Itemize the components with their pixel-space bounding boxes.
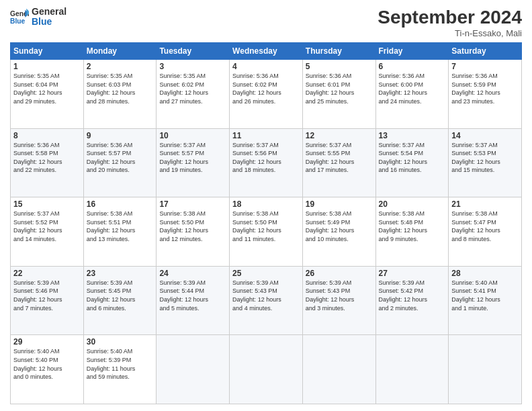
table-cell: 18Sunrise: 5:38 AM Sunset: 5:50 PM Dayli… [230,197,303,267]
table-cell: 10Sunrise: 5:37 AM Sunset: 5:57 PM Dayli… [157,128,230,197]
cell-info: Sunrise: 5:39 AM Sunset: 5:45 PM Dayligh… [87,279,154,312]
cell-info: Sunrise: 5:38 AM Sunset: 5:48 PM Dayligh… [379,210,446,243]
col-monday: Monday [83,43,157,60]
table-cell [157,335,230,404]
day-number: 4 [232,62,300,71]
cell-info: Sunrise: 5:38 AM Sunset: 5:50 PM Dayligh… [232,210,300,243]
table-cell: 16Sunrise: 5:38 AM Sunset: 5:51 PM Dayli… [83,197,157,267]
cell-info: Sunrise: 5:35 AM Sunset: 6:02 PM Dayligh… [159,72,226,105]
table-cell: 11Sunrise: 5:37 AM Sunset: 5:56 PM Dayli… [230,128,303,197]
cell-info: Sunrise: 5:35 AM Sunset: 6:03 PM Dayligh… [87,72,154,105]
page: General Blue General Blue September 2024… [0,0,532,411]
calendar-table: Sunday Monday Tuesday Wednesday Thursday… [10,42,522,404]
table-cell [449,335,522,404]
table-cell: 17Sunrise: 5:38 AM Sunset: 5:50 PM Dayli… [157,197,230,267]
logo-icon: General Blue [10,7,29,26]
cell-info: Sunrise: 5:38 AM Sunset: 5:50 PM Dayligh… [159,210,226,243]
day-number: 11 [232,131,300,140]
table-cell [302,335,375,404]
logo-general-text: General [32,7,66,17]
cell-info: Sunrise: 5:39 AM Sunset: 5:44 PM Dayligh… [159,279,226,312]
day-number: 9 [87,131,154,140]
day-number: 3 [159,62,226,71]
col-friday: Friday [375,43,449,60]
day-number: 10 [159,131,226,140]
table-cell: 14Sunrise: 5:37 AM Sunset: 5:53 PM Dayli… [449,128,522,197]
table-cell: 28Sunrise: 5:40 AM Sunset: 5:41 PM Dayli… [449,266,522,335]
day-number: 23 [87,269,154,278]
month-title: September 2024 [378,7,522,28]
calendar-header-row: Sunday Monday Tuesday Wednesday Thursday… [11,43,522,60]
col-saturday: Saturday [449,43,522,60]
table-cell: 5Sunrise: 5:36 AM Sunset: 6:01 PM Daylig… [302,60,375,129]
week-row-1: 1Sunrise: 5:35 AM Sunset: 6:04 PM Daylig… [11,60,522,129]
table-cell: 22Sunrise: 5:39 AM Sunset: 5:46 PM Dayli… [11,266,84,335]
day-number: 26 [306,269,373,278]
table-cell: 13Sunrise: 5:37 AM Sunset: 5:54 PM Dayli… [375,128,449,197]
cell-info: Sunrise: 5:36 AM Sunset: 6:01 PM Dayligh… [306,72,373,105]
day-number: 7 [451,62,519,71]
day-number: 22 [13,269,81,278]
week-row-4: 22Sunrise: 5:39 AM Sunset: 5:46 PM Dayli… [11,266,522,335]
table-cell: 4Sunrise: 5:36 AM Sunset: 6:02 PM Daylig… [230,60,303,129]
table-cell: 1Sunrise: 5:35 AM Sunset: 6:04 PM Daylig… [11,60,84,129]
header: General Blue General Blue September 2024… [10,7,522,38]
table-cell: 23Sunrise: 5:39 AM Sunset: 5:45 PM Dayli… [83,266,157,335]
title-area: September 2024 Ti-n-Essako, Mali [378,7,522,38]
table-cell: 7Sunrise: 5:36 AM Sunset: 5:59 PM Daylig… [449,60,522,129]
col-tuesday: Tuesday [157,43,230,60]
table-cell: 2Sunrise: 5:35 AM Sunset: 6:03 PM Daylig… [83,60,157,129]
cell-info: Sunrise: 5:36 AM Sunset: 5:58 PM Dayligh… [13,141,81,175]
logo-blue-text: Blue [32,17,66,27]
day-number: 8 [13,131,81,140]
cell-info: Sunrise: 5:39 AM Sunset: 5:43 PM Dayligh… [306,279,373,312]
logo: General Blue General Blue [10,7,66,28]
day-number: 2 [87,62,154,71]
table-cell: 25Sunrise: 5:39 AM Sunset: 5:43 PM Dayli… [230,266,303,335]
cell-info: Sunrise: 5:40 AM Sunset: 5:40 PM Dayligh… [13,347,81,381]
day-number: 25 [232,269,300,278]
table-cell: 3Sunrise: 5:35 AM Sunset: 6:02 PM Daylig… [157,60,230,129]
day-number: 27 [379,269,446,278]
day-number: 1 [13,62,81,71]
week-row-5: 29Sunrise: 5:40 AM Sunset: 5:40 PM Dayli… [11,335,522,404]
day-number: 13 [379,131,446,140]
day-number: 21 [451,199,519,209]
table-cell: 6Sunrise: 5:36 AM Sunset: 6:00 PM Daylig… [375,60,449,129]
cell-info: Sunrise: 5:37 AM Sunset: 5:56 PM Dayligh… [232,141,300,175]
day-number: 24 [159,269,226,278]
cell-info: Sunrise: 5:35 AM Sunset: 6:04 PM Dayligh… [13,72,81,105]
day-number: 19 [306,199,373,209]
table-cell: 27Sunrise: 5:39 AM Sunset: 5:42 PM Dayli… [375,266,449,335]
cell-info: Sunrise: 5:39 AM Sunset: 5:43 PM Dayligh… [232,279,300,312]
table-cell: 19Sunrise: 5:38 AM Sunset: 5:49 PM Dayli… [302,197,375,267]
table-cell [375,335,449,404]
table-cell: 12Sunrise: 5:37 AM Sunset: 5:55 PM Dayli… [302,128,375,197]
cell-info: Sunrise: 5:40 AM Sunset: 5:39 PM Dayligh… [87,347,154,381]
col-wednesday: Wednesday [230,43,303,60]
table-cell: 8Sunrise: 5:36 AM Sunset: 5:58 PM Daylig… [11,128,84,197]
table-cell [230,335,303,404]
day-number: 12 [306,131,373,140]
table-cell: 20Sunrise: 5:38 AM Sunset: 5:48 PM Dayli… [375,197,449,267]
cell-info: Sunrise: 5:38 AM Sunset: 5:49 PM Dayligh… [306,210,373,243]
cell-info: Sunrise: 5:36 AM Sunset: 5:59 PM Dayligh… [451,72,519,105]
cell-info: Sunrise: 5:36 AM Sunset: 6:02 PM Dayligh… [232,72,300,105]
day-number: 14 [451,131,519,140]
day-number: 20 [379,199,446,209]
day-number: 15 [13,199,81,209]
table-cell: 15Sunrise: 5:37 AM Sunset: 5:52 PM Dayli… [11,197,84,267]
cell-info: Sunrise: 5:38 AM Sunset: 5:47 PM Dayligh… [451,210,519,243]
svg-text:Blue: Blue [10,18,26,26]
col-thursday: Thursday [302,43,375,60]
day-number: 18 [232,199,300,209]
day-number: 28 [451,269,519,278]
cell-info: Sunrise: 5:36 AM Sunset: 5:57 PM Dayligh… [87,141,154,175]
cell-info: Sunrise: 5:39 AM Sunset: 5:46 PM Dayligh… [13,279,81,312]
table-cell: 24Sunrise: 5:39 AM Sunset: 5:44 PM Dayli… [157,266,230,335]
table-cell: 21Sunrise: 5:38 AM Sunset: 5:47 PM Dayli… [449,197,522,267]
cell-info: Sunrise: 5:37 AM Sunset: 5:52 PM Dayligh… [13,210,81,243]
table-cell: 29Sunrise: 5:40 AM Sunset: 5:40 PM Dayli… [11,335,84,404]
day-number: 30 [87,337,154,347]
cell-info: Sunrise: 5:37 AM Sunset: 5:54 PM Dayligh… [379,141,446,175]
